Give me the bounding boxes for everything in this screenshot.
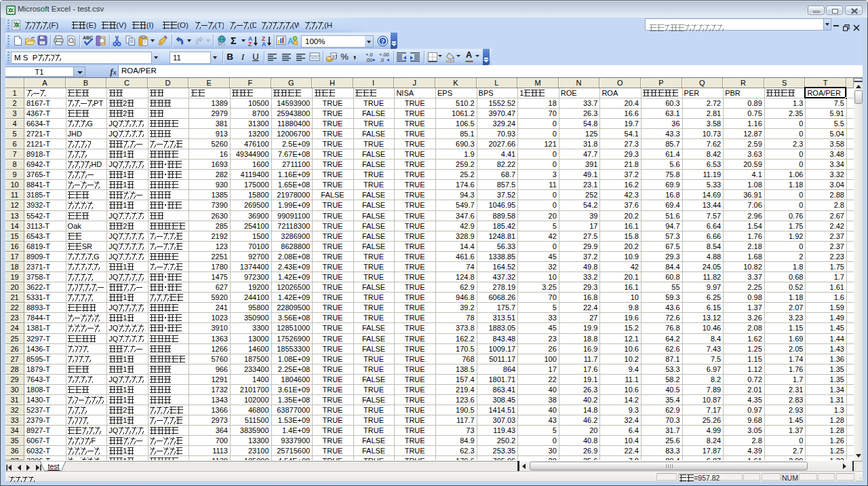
svg-text:?: ? (381, 37, 384, 45)
svg-text:A: A (288, 37, 294, 46)
svg-text:97: 97 (332, 53, 338, 59)
svg-text:.00: .00 (366, 57, 372, 63)
svg-text:.0: .0 (380, 57, 384, 63)
svg-text:A: A (262, 41, 266, 47)
svg-text:Z: Z (248, 41, 252, 47)
